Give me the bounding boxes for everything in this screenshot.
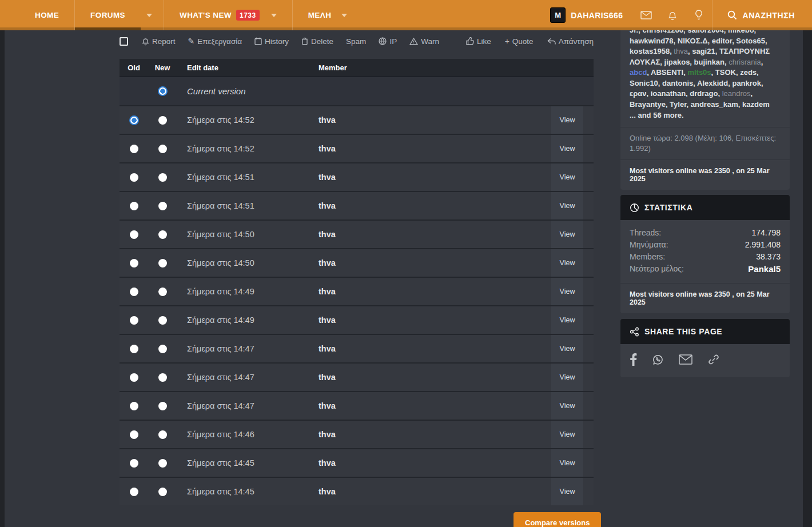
online-member-link[interactable]: jipakos: [664, 58, 690, 66]
online-member-link[interactable]: mlts0s: [687, 68, 711, 77]
new-version-radio[interactable]: [158, 86, 168, 96]
online-member-link[interactable]: Tyler: [670, 100, 686, 109]
spam-button[interactable]: Spam: [346, 37, 366, 46]
online-member-link[interactable]: hawkwind78: [630, 37, 674, 45]
old-version-radio[interactable]: [129, 115, 139, 125]
new-version-radio[interactable]: [158, 459, 167, 468]
search-button[interactable]: ΑΝΑΖΗΤΗΣΗ: [712, 0, 812, 30]
online-member-link[interactable]: Sotos65: [736, 37, 765, 45]
new-version-radio[interactable]: [158, 288, 167, 296]
online-member-link[interactable]: εραν: [630, 89, 646, 98]
delete-button[interactable]: Delete: [301, 37, 333, 46]
account-menu[interactable]: M DAHARIS666: [540, 0, 633, 30]
online-member-link[interactable]: TSOK: [715, 68, 736, 77]
online-member-link[interactable]: editor: [712, 37, 732, 45]
old-version-radio[interactable]: [130, 430, 138, 439]
old-version-radio[interactable]: [130, 202, 138, 210]
online-member-link[interactable]: Sonic10: [630, 79, 658, 87]
new-version-radio[interactable]: [158, 145, 167, 153]
online-member-link[interactable]: andreas_kam: [691, 100, 738, 109]
view-link[interactable]: View: [560, 230, 575, 238]
online-member-link[interactable]: kazdem: [742, 100, 770, 109]
warn-button[interactable]: Warn: [409, 37, 439, 46]
member-link[interactable]: thva: [319, 344, 336, 353]
online-member-link[interactable]: kostas1958: [630, 47, 670, 55]
online-member-link[interactable]: sagi21: [692, 47, 715, 55]
link-icon[interactable]: [707, 353, 720, 366]
member-link[interactable]: thva: [319, 144, 336, 153]
online-member-link[interactable]: ioanathan: [651, 89, 686, 98]
online-member-link[interactable]: bujinkan: [694, 58, 725, 66]
online-member-link[interactable]: ΝΙΚΟΣ.Δ: [678, 37, 708, 45]
theme-toggle-button[interactable]: [686, 0, 712, 30]
view-link[interactable]: View: [560, 202, 575, 210]
report-button[interactable]: Report: [142, 37, 176, 46]
view-link[interactable]: View: [560, 288, 575, 296]
new-version-radio[interactable]: [158, 259, 167, 268]
member-link[interactable]: thva: [319, 115, 336, 125]
member-link[interactable]: thva: [319, 287, 336, 296]
new-version-radio[interactable]: [158, 230, 167, 239]
nav-home[interactable]: HOME: [19, 0, 74, 30]
new-version-radio[interactable]: [158, 116, 167, 125]
new-version-radio[interactable]: [158, 488, 167, 496]
online-member-link[interactable]: pankrok: [732, 79, 761, 87]
member-link[interactable]: thva: [319, 373, 336, 382]
old-version-radio[interactable]: [130, 173, 138, 182]
alerts-button[interactable]: [659, 0, 686, 30]
online-member-link[interactable]: Brayantye: [630, 100, 666, 109]
view-link[interactable]: View: [560, 173, 575, 181]
ip-button[interactable]: IP: [379, 37, 397, 46]
old-version-radio[interactable]: [130, 488, 138, 496]
online-member-link[interactable]: leandros: [722, 89, 751, 98]
view-link[interactable]: View: [560, 145, 575, 153]
online-member-link[interactable]: Alexkidd: [697, 79, 728, 87]
online-member-link[interactable]: abcd: [630, 68, 647, 77]
old-version-radio[interactable]: [130, 259, 138, 268]
member-link[interactable]: thva: [319, 401, 336, 410]
old-version-radio[interactable]: [130, 288, 138, 296]
online-member-link[interactable]: ABSENTI: [651, 68, 683, 77]
select-post-checkbox[interactable]: [120, 37, 128, 46]
member-link[interactable]: thva: [319, 230, 336, 239]
view-link[interactable]: View: [560, 430, 575, 438]
view-link[interactable]: View: [560, 488, 575, 496]
new-version-radio[interactable]: [158, 345, 167, 353]
new-version-radio[interactable]: [158, 402, 167, 410]
like-button[interactable]: Like: [466, 37, 491, 46]
old-version-radio[interactable]: [130, 402, 138, 410]
member-link[interactable]: thva: [319, 201, 336, 210]
whatsapp-icon[interactable]: [652, 354, 664, 366]
inbox-button[interactable]: [633, 0, 659, 30]
new-version-radio[interactable]: [158, 202, 167, 210]
view-link[interactable]: View: [560, 459, 575, 467]
old-version-radio[interactable]: [130, 145, 138, 153]
member-link[interactable]: thva: [319, 316, 336, 325]
online-member-link[interactable]: dantonis: [662, 79, 693, 87]
facebook-icon[interactable]: [630, 353, 637, 366]
member-link[interactable]: thva: [319, 487, 336, 496]
online-member-link[interactable]: drdrago: [690, 89, 718, 98]
nav-whats-new[interactable]: WHAT'S NEW 1733: [164, 0, 292, 30]
nav-forums[interactable]: FORUMS: [74, 0, 141, 30]
view-link[interactable]: View: [560, 373, 575, 381]
old-version-radio[interactable]: [130, 345, 138, 353]
history-button[interactable]: History: [254, 37, 289, 46]
reply-button[interactable]: Απάντηση: [547, 37, 594, 46]
new-version-radio[interactable]: [158, 173, 167, 182]
compare-versions-button[interactable]: Compare versions: [514, 512, 601, 527]
edit-button[interactable]: ✎ Επεξεργασία: [188, 37, 242, 46]
member-link[interactable]: thva: [319, 258, 336, 268]
nav-members[interactable]: ΜΕΛΗ: [292, 0, 363, 30]
member-link[interactable]: thva: [319, 458, 336, 468]
new-version-radio[interactable]: [158, 316, 167, 325]
nav-forums-dropdown[interactable]: [141, 0, 164, 30]
old-version-radio[interactable]: [130, 459, 138, 468]
member-link[interactable]: thva: [319, 173, 336, 182]
old-version-radio[interactable]: [130, 230, 138, 239]
email-share-icon[interactable]: [679, 354, 692, 365]
member-link[interactable]: thva: [319, 430, 336, 439]
view-link[interactable]: View: [560, 402, 575, 410]
view-link[interactable]: View: [560, 316, 575, 324]
quote-button[interactable]: + Quote: [505, 37, 534, 46]
